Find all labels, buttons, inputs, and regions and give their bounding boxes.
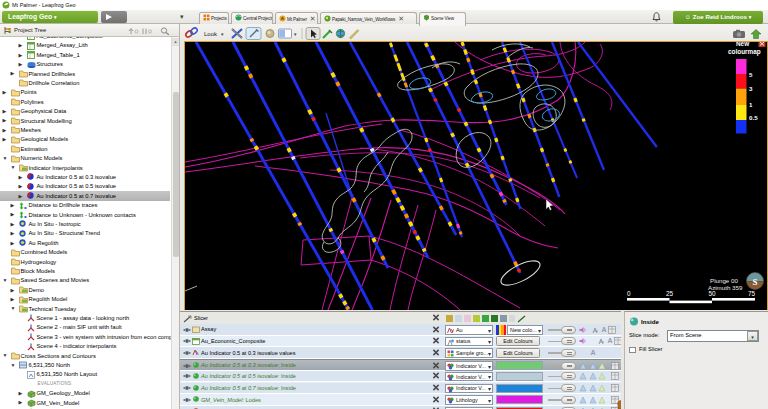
svg-text:75: 75 xyxy=(748,290,756,297)
svg-text:3: 3 xyxy=(749,85,753,92)
svg-text:S: S xyxy=(752,277,757,287)
svg-text:0.5: 0.5 xyxy=(749,114,758,121)
svg-text:1: 1 xyxy=(749,101,753,108)
svg-text:5: 5 xyxy=(749,71,753,78)
svg-text:0: 0 xyxy=(627,290,631,297)
svg-text:New: New xyxy=(736,42,749,47)
svg-text:25: 25 xyxy=(666,290,674,297)
svg-text:▾: ▾ xyxy=(294,31,297,37)
svg-text:Plunge 00: Plunge 00 xyxy=(710,277,738,284)
svg-text:colourmap: colourmap xyxy=(728,48,761,56)
svg-text:▾: ▾ xyxy=(221,31,224,37)
svg-text:Look: Look xyxy=(204,31,218,37)
svg-text:50: 50 xyxy=(708,290,716,297)
